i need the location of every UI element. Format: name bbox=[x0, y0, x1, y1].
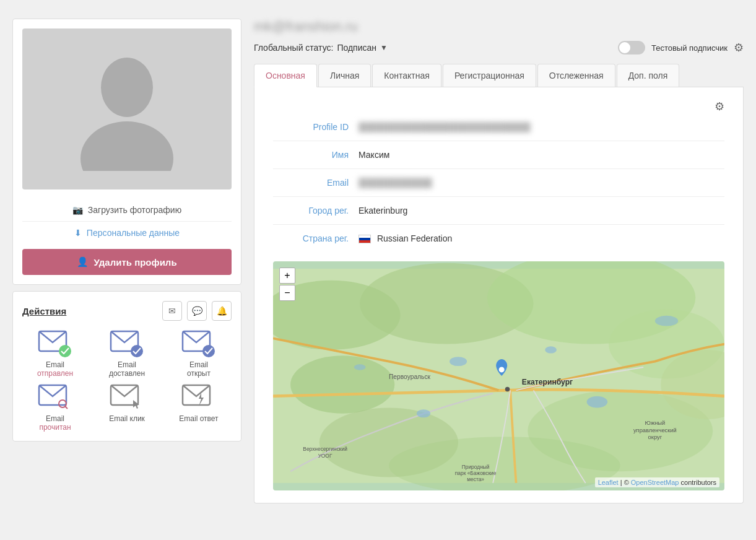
svg-point-3 bbox=[59, 345, 71, 357]
city-row: Город рег. Ekaterinburg bbox=[273, 197, 724, 225]
map-container: + − bbox=[273, 261, 724, 490]
country-value: Russian Federation bbox=[354, 225, 724, 253]
svg-line-10 bbox=[65, 406, 67, 409]
profile-id-label: Profile ID bbox=[273, 113, 354, 141]
download-icon: ⬇ bbox=[74, 228, 82, 238]
email-label: Email bbox=[273, 169, 354, 197]
svg-text:места»: места» bbox=[467, 476, 484, 482]
svg-point-27 bbox=[587, 396, 608, 408]
actions-icon-group: ✉ 💬 🔔 bbox=[162, 301, 232, 321]
svg-point-7 bbox=[202, 345, 215, 357]
svg-point-30 bbox=[354, 365, 366, 370]
svg-text:УООГ: УООГ bbox=[318, 453, 332, 459]
email-value: ████████████ bbox=[354, 169, 724, 197]
status-dropdown-button[interactable]: ▼ bbox=[380, 43, 388, 52]
svg-text:Южный: Южный bbox=[645, 420, 665, 427]
svg-point-26 bbox=[545, 347, 557, 354]
test-subscriber-toggle[interactable] bbox=[618, 41, 645, 54]
profile-card: 📷 Загрузить фотографию ⬇ Персональные да… bbox=[12, 19, 241, 285]
action-email-opened-label: Emailоткрыт bbox=[187, 360, 211, 378]
user-email: mk@franshion.ru bbox=[254, 19, 744, 35]
svg-text:Верхнесергинский: Верхнесергинский bbox=[303, 446, 347, 453]
actions-header: Действия ✉ 💬 🔔 bbox=[22, 301, 232, 321]
svg-point-28 bbox=[417, 410, 430, 418]
action-email-click-label: Email клик bbox=[109, 414, 145, 423]
profile-id-value: ████████████████████████████ bbox=[354, 113, 724, 141]
action-email-reply: Email ответ bbox=[166, 384, 232, 432]
action-email-read: Emailпрочитан bbox=[22, 384, 88, 432]
svg-point-1 bbox=[80, 121, 173, 171]
action-email-reply-label: Email ответ bbox=[179, 414, 218, 423]
svg-text:Природный: Природный bbox=[462, 464, 490, 470]
action-email-click: Email клик bbox=[94, 384, 160, 432]
test-subscriber-label: Тестовый подписчик bbox=[651, 43, 728, 53]
action-email-delivered-label: Emailдоставлен bbox=[109, 360, 145, 378]
tab-main[interactable]: Основная bbox=[254, 64, 317, 87]
tab-contact[interactable]: Контактная bbox=[372, 64, 441, 87]
svg-point-20 bbox=[290, 356, 394, 414]
email-action-icon-btn[interactable]: ✉ bbox=[162, 301, 182, 321]
bell-action-icon-btn[interactable]: 🔔 bbox=[212, 301, 232, 321]
action-email-read-label: Emailпрочитан bbox=[39, 414, 71, 432]
right-panel: mk@franshion.ru Глобальный статус: Подпи… bbox=[254, 19, 744, 503]
svg-text:округ: округ bbox=[648, 434, 663, 440]
personal-data-button[interactable]: ⬇ Персональные данные bbox=[22, 221, 232, 244]
country-row: Страна рег. Russian Federation bbox=[273, 225, 724, 253]
action-email-sent: Emailотправлен bbox=[22, 330, 88, 378]
left-panel: 📷 Загрузить фотографию ⬇ Персональные да… bbox=[12, 19, 241, 503]
svg-text:парк «Бажовские: парк «Бажовские bbox=[455, 470, 497, 476]
map-zoom-controls: + − bbox=[279, 268, 295, 301]
name-value: Максим bbox=[354, 141, 724, 169]
action-email-delivered: Emailдоставлен bbox=[94, 330, 160, 378]
status-right: Тестовый подписчик ⚙ bbox=[618, 41, 744, 54]
upload-photo-button[interactable]: 📷 Загрузить фотографию bbox=[22, 199, 232, 221]
email-row: Email ████████████ bbox=[273, 169, 724, 197]
map-zoom-out[interactable]: − bbox=[279, 285, 295, 301]
status-left: Глобальный статус: Подписан ▼ bbox=[254, 43, 388, 53]
profile-settings-gear[interactable]: ⚙ bbox=[715, 100, 724, 113]
name-row: Имя Максим bbox=[273, 141, 724, 169]
svg-text:Екатеринбург: Екатеринбург bbox=[522, 378, 573, 386]
svg-text:управленческий: управленческий bbox=[633, 427, 677, 433]
action-email-sent-label: Emailотправлен bbox=[37, 360, 73, 378]
person-icon: 👤 bbox=[77, 256, 89, 268]
city-value: Ekaterinburg bbox=[354, 197, 724, 225]
actions-card: Действия ✉ 💬 🔔 Emailотправлен bbox=[12, 291, 241, 442]
chat-action-icon-btn[interactable]: 💬 bbox=[187, 301, 207, 321]
actions-title: Действия bbox=[22, 306, 66, 316]
global-status-value: Подписан bbox=[337, 43, 376, 53]
svg-point-25 bbox=[450, 357, 467, 366]
tab-tracked[interactable]: Отслеженная bbox=[537, 64, 615, 87]
profile-info-table: Profile ID ████████████████████████████ … bbox=[273, 113, 724, 252]
profile-info-card: ⚙ Profile ID ███████████████████████████… bbox=[254, 87, 744, 503]
city-label: Город рег. bbox=[273, 197, 354, 225]
avatar bbox=[22, 28, 232, 189]
actions-grid: Emailотправлен Emailдоставлен bbox=[22, 330, 232, 432]
tab-extra[interactable]: Доп. поля bbox=[617, 64, 680, 87]
global-status-label: Глобальный статус: bbox=[254, 43, 333, 53]
profile-id-row: Profile ID ████████████████████████████ bbox=[273, 113, 724, 141]
action-email-opened: Emailоткрыт bbox=[166, 330, 232, 378]
tabs: Основная Личная Контактная Регистрационн… bbox=[254, 64, 744, 87]
name-label: Имя bbox=[273, 141, 354, 169]
delete-profile-button[interactable]: 👤 Удалить профиль bbox=[22, 249, 232, 275]
svg-point-42 bbox=[499, 367, 505, 373]
svg-point-29 bbox=[655, 316, 678, 326]
svg-point-0 bbox=[101, 58, 153, 117]
camera-icon: 📷 bbox=[72, 205, 83, 215]
map-svg: Первоуральск Екатеринбург Южный управлен… bbox=[273, 261, 724, 490]
svg-point-31 bbox=[505, 387, 510, 391]
leaflet-link[interactable]: Leaflet bbox=[598, 479, 619, 486]
tab-registration[interactable]: Регистрационная bbox=[443, 64, 536, 87]
country-label: Страна рег. bbox=[273, 225, 354, 253]
osm-link[interactable]: OpenStreetMap bbox=[631, 479, 679, 486]
map-zoom-in[interactable]: + bbox=[279, 268, 295, 284]
map-attribution: Leaflet | © OpenStreetMap contributors bbox=[595, 477, 719, 487]
status-bar: Глобальный статус: Подписан ▼ Тестовый п… bbox=[254, 41, 744, 54]
svg-point-5 bbox=[131, 345, 143, 357]
svg-text:Первоуральск: Первоуральск bbox=[389, 373, 431, 380]
tab-personal[interactable]: Личная bbox=[318, 64, 371, 87]
settings-icon-button[interactable]: ⚙ bbox=[734, 41, 744, 54]
russian-flag bbox=[358, 235, 371, 243]
